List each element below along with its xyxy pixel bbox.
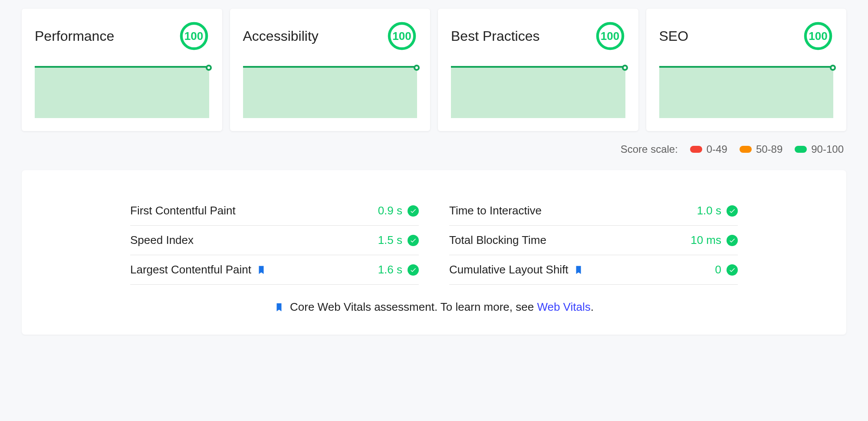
score-gauge-icon: 100	[595, 21, 625, 51]
score-value: 100	[179, 21, 209, 51]
metric-row-first-contentful-paint: First Contentful Paint 0.9 s	[130, 196, 419, 226]
metric-label-text: Largest Contentful Paint	[130, 263, 251, 276]
metric-row-largest-contentful-paint: Largest Contentful Paint 1.6 s	[130, 255, 419, 285]
web-vitals-link[interactable]: Web Vitals	[537, 300, 590, 313]
bookmark-icon	[574, 264, 583, 276]
metric-label-text: Time to Interactive	[449, 204, 542, 217]
legend-range-text: 50-89	[756, 143, 783, 155]
score-scale-label: Score scale:	[621, 143, 678, 155]
metric-label-text: Total Blocking Time	[449, 234, 546, 247]
score-card-title: Performance	[35, 28, 114, 44]
legend-pill-icon	[795, 146, 807, 153]
legend-range-text: 0-49	[707, 143, 727, 155]
vitals-footer-text-after: .	[591, 300, 594, 313]
legend-range-orange: 50-89	[740, 143, 783, 155]
metric-label-text: Cumulative Layout Shift	[449, 263, 569, 276]
sparkline-end-dot-icon	[830, 65, 836, 71]
metric-value-text: 0	[715, 263, 721, 276]
score-card-best-practices[interactable]: Best Practices 100	[438, 9, 638, 131]
metric-value-text: 0.9 s	[378, 204, 402, 217]
score-card-title: SEO	[659, 28, 689, 44]
metric-row-time-to-interactive: Time to Interactive 1.0 s	[449, 196, 738, 226]
check-circle-icon	[727, 205, 738, 217]
score-sparkline	[451, 66, 625, 118]
score-card-title: Best Practices	[451, 28, 540, 44]
metric-value-text: 1.5 s	[378, 234, 402, 247]
score-card-seo[interactable]: SEO 100	[646, 9, 847, 131]
core-web-vitals-footer: Core Web Vitals assessment. To learn mor…	[130, 300, 738, 314]
metric-row-speed-index: Speed Index 1.5 s	[130, 226, 419, 255]
legend-pill-icon	[690, 146, 702, 153]
lighthouse-score-cards: Performance 100 Accessibility 100 Best P…	[22, 9, 846, 131]
legend-range-red: 0-49	[690, 143, 727, 155]
check-circle-icon	[408, 205, 419, 217]
score-sparkline	[659, 66, 834, 118]
check-circle-icon	[727, 235, 738, 246]
score-value: 100	[803, 21, 833, 51]
score-gauge-icon: 100	[387, 21, 417, 51]
legend-range-text: 90-100	[811, 143, 844, 155]
metrics-column-right: Time to Interactive 1.0 s Total Blocking…	[449, 196, 738, 285]
metrics-column-left: First Contentful Paint 0.9 s Speed Index…	[130, 196, 419, 285]
metric-value-text: 1.0 s	[697, 204, 721, 217]
sparkline-end-dot-icon	[414, 65, 420, 71]
metric-row-total-blocking-time: Total Blocking Time 10 ms	[449, 226, 738, 255]
metric-row-cumulative-layout-shift: Cumulative Layout Shift 0	[449, 255, 738, 285]
performance-metrics-panel: First Contentful Paint 0.9 s Speed Index…	[22, 170, 846, 335]
check-circle-icon	[408, 235, 419, 246]
metric-value-text: 10 ms	[690, 234, 721, 247]
legend-range-green: 90-100	[795, 143, 844, 155]
score-scale-legend: Score scale: 0-4950-8990-100	[22, 143, 844, 155]
check-circle-icon	[727, 264, 738, 276]
check-circle-icon	[408, 264, 419, 276]
score-card-title: Accessibility	[243, 28, 319, 44]
score-gauge-icon: 100	[803, 21, 833, 51]
legend-pill-icon	[740, 146, 752, 153]
score-gauge-icon: 100	[179, 21, 209, 51]
score-value: 100	[387, 21, 417, 51]
metric-value-text: 1.6 s	[378, 263, 402, 276]
sparkline-end-dot-icon	[206, 65, 212, 71]
score-sparkline	[243, 66, 418, 118]
metric-label-text: First Contentful Paint	[130, 204, 236, 217]
metric-label-text: Speed Index	[130, 234, 194, 247]
vitals-footer-text: Core Web Vitals assessment. To learn mor…	[290, 300, 537, 313]
score-sparkline	[35, 66, 209, 118]
score-card-accessibility[interactable]: Accessibility 100	[230, 9, 431, 131]
bookmark-icon	[274, 301, 284, 313]
score-value: 100	[595, 21, 625, 51]
score-card-performance[interactable]: Performance 100	[22, 9, 222, 131]
sparkline-end-dot-icon	[622, 65, 628, 71]
bookmark-icon	[256, 264, 266, 276]
